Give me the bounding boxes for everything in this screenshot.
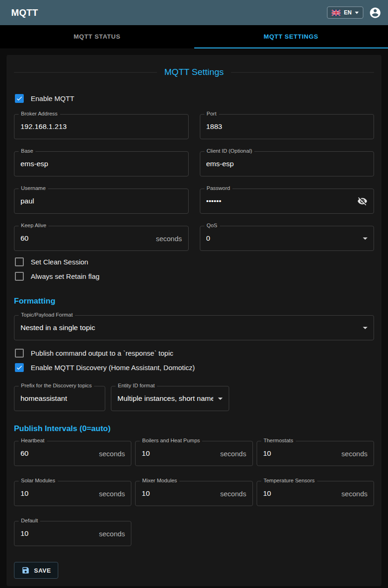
field-suffix: seconds [99, 490, 125, 498]
field-label: Heartbeat [19, 438, 47, 443]
checkbox-label: Enable MQTT Discovery (Home Assistant, D… [31, 364, 195, 372]
field-suffix: seconds [341, 490, 368, 498]
field-value: •••••• [206, 197, 354, 205]
checkbox-label: Always set Retain flag [31, 272, 100, 280]
visibility-off-icon[interactable] [357, 196, 368, 206]
port-field[interactable]: Port 1883 [200, 114, 374, 139]
base-field[interactable]: Base ems-esp [14, 151, 189, 176]
checkbox-unchecked-icon [15, 349, 24, 358]
chevron-down-icon [218, 398, 223, 400]
checkbox-publish-response[interactable]: Publish command output to a `response` t… [14, 346, 374, 360]
account-circle-icon [369, 7, 381, 19]
interval-heartbeat-field[interactable]: Heartbeat 60 seconds [14, 441, 131, 466]
discovery-prefix-field[interactable]: Prefix for the Discovery topics homeassi… [14, 386, 105, 411]
chevron-down-icon [355, 12, 359, 14]
checkbox-checked-icon [15, 363, 24, 372]
field-label: Port [204, 111, 219, 116]
keep-alive-field[interactable]: Keep Alive 60 seconds [14, 226, 189, 251]
field-label: Topic/Payload Format [19, 312, 75, 318]
interval-temperature-field[interactable]: Temperature Sensors 10 seconds [257, 481, 374, 506]
interval-thermostats-field[interactable]: Thermostats 10 seconds [257, 441, 374, 466]
save-label: SAVE [34, 567, 51, 574]
interval-solar-field[interactable]: Solar Modules 10 seconds [14, 481, 131, 506]
field-value: Nested in a single topic [20, 324, 358, 332]
save-icon [21, 566, 30, 574]
field-label: Password [204, 185, 233, 191]
field-label: Broker Address [19, 111, 60, 116]
appbar-actions: EN [327, 7, 381, 19]
field-value: Multiple instances, short name [117, 394, 213, 403]
chevron-down-icon [363, 237, 368, 240]
checkbox-label: Set Clean Session [31, 258, 88, 266]
section-heading-publish-intervals: Publish Intervals (0=auto) [14, 424, 374, 433]
field-label: Solar Modules [19, 478, 58, 483]
interval-boilers-field[interactable]: Boilers and Heat Pumps 10 seconds [135, 441, 252, 466]
topic-format-select[interactable]: Topic/Payload Format Nested in a single … [14, 315, 374, 340]
checkbox-discovery[interactable]: Enable MQTT Discovery (Home Assistant, D… [14, 360, 374, 375]
connection-fields: Broker Address 192.168.1.213 Port 1883 B… [14, 114, 374, 251]
field-value: 10 [263, 449, 338, 458]
app-title: MQTT [11, 7, 38, 18]
field-label: Thermostats [261, 438, 296, 443]
field-label: QoS [204, 223, 220, 228]
interval-mixer-field[interactable]: Mixer Modules 10 seconds [135, 481, 252, 506]
checkbox-enable-mqtt[interactable]: Enable MQTT [14, 91, 374, 106]
field-label: Keep Alive [19, 223, 48, 228]
field-label: Prefix for the Discovery topics [19, 383, 94, 388]
field-suffix: seconds [99, 450, 125, 458]
discovery-fields: Prefix for the Discovery topics homeassi… [14, 386, 374, 411]
interval-fields: Heartbeat 60 seconds Boilers and Heat Pu… [14, 441, 374, 546]
field-value: 10 [142, 449, 216, 458]
field-value: 10 [263, 489, 338, 498]
field-value: ems-esp [20, 160, 182, 168]
field-label: Boilers and Heat Pumps [140, 438, 202, 443]
page-title-text: MQTT Settings [164, 67, 224, 77]
field-label: Username [19, 185, 48, 191]
uk-flag-icon [332, 10, 340, 16]
password-field[interactable]: Password •••••• [200, 189, 374, 214]
broker-address-field[interactable]: Broker Address 192.168.1.213 [14, 114, 189, 139]
field-value: 0 [206, 234, 359, 243]
field-value: ems-esp [206, 160, 368, 168]
tab-bar: MQTT STATUS MQTT SETTINGS [0, 25, 388, 48]
checkbox-checked-icon [15, 94, 24, 103]
field-suffix: seconds [341, 450, 368, 458]
app-bar: MQTT EN [0, 0, 388, 25]
field-value: paul [20, 197, 182, 205]
checkbox-label: Enable MQTT [31, 95, 74, 102]
checkbox-clean-session[interactable]: Set Clean Session [14, 255, 374, 269]
field-value: 10 [20, 489, 95, 498]
save-button[interactable]: SAVE [14, 562, 58, 579]
qos-select[interactable]: QoS 0 [200, 226, 374, 251]
checkbox-retain-flag[interactable]: Always set Retain flag [14, 269, 374, 284]
field-suffix: seconds [99, 530, 125, 538]
interval-default-field[interactable]: Default 10 seconds [14, 521, 131, 546]
field-label: Mixer Modules [140, 478, 179, 483]
language-label: EN [344, 9, 352, 16]
field-value: 10 [142, 489, 216, 498]
checkbox-unchecked-icon [15, 257, 24, 266]
entity-id-format-select[interactable]: Entity ID format Multiple instances, sho… [111, 386, 229, 411]
field-suffix: seconds [220, 490, 246, 498]
tab-mqtt-status[interactable]: MQTT STATUS [0, 25, 194, 48]
field-label: Temperature Sensors [261, 478, 317, 483]
username-field[interactable]: Username paul [14, 189, 189, 214]
account-button[interactable] [369, 7, 381, 19]
field-suffix: seconds [156, 235, 182, 243]
chevron-down-icon [363, 327, 368, 329]
client-id-field[interactable]: Client ID (Optional) ems-esp [200, 151, 374, 176]
field-value: 60 [20, 449, 95, 458]
language-selector[interactable]: EN [327, 7, 363, 19]
field-value: 192.168.1.213 [20, 122, 182, 131]
checkbox-label: Publish command output to a `response` t… [31, 349, 173, 357]
field-value: 1883 [206, 122, 368, 131]
field-label: Entity ID format [116, 383, 157, 388]
tab-mqtt-settings[interactable]: MQTT SETTINGS [194, 25, 388, 48]
section-heading-formatting: Formatting [14, 297, 374, 306]
checkbox-unchecked-icon [15, 272, 24, 281]
settings-card: MQTT Settings Enable MQTT Broker Address… [7, 55, 381, 586]
field-label: Default [19, 518, 40, 523]
page-title: MQTT Settings [14, 67, 374, 77]
field-label: Client ID (Optional) [204, 148, 255, 154]
field-value: homeassistant [20, 394, 99, 403]
